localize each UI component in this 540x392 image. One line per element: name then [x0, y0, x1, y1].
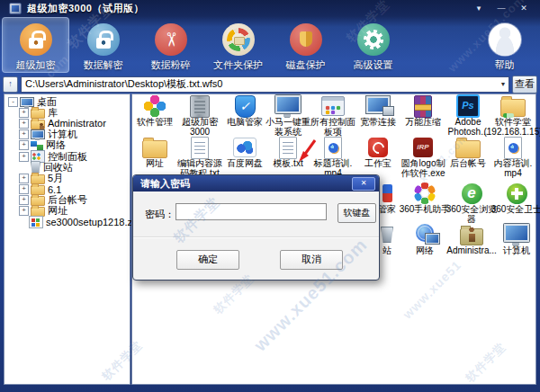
software-manager-label: 软件管理 [137, 118, 173, 128]
computer-label: 计算机 [503, 246, 530, 256]
tree-item-se3000setup1218.zip[interactable]: se3000setup1218.zip [8, 217, 130, 227]
urls-folder-icon [141, 137, 168, 158]
edit-source-tutorial-icon [186, 137, 213, 158]
dialog-title-bar[interactable]: 请输入密码 ✕ [133, 175, 379, 192]
administrator-folder-label: Administra... [446, 246, 497, 256]
tree-icon [31, 140, 43, 151]
password-label: 密码： [145, 208, 175, 221]
content-training-mp4-label: 内容培训.mp4 [494, 159, 533, 178]
title-bar: 超级加密3000（试用版） ▾—✕ [0, 0, 540, 16]
toolbar-button-folder-protect[interactable]: 文件夹保护 [204, 17, 272, 73]
adobe-photoshop-label: AdobePhotosh... [447, 118, 488, 137]
xuetang-share-label: 软件学堂(192.168.1.15) [483, 118, 540, 137]
toolbar-button-data-shred[interactable]: 数据粉碎 [137, 17, 204, 73]
ok-button[interactable]: 确定 [176, 250, 239, 270]
urls-folder-label: 网址 [146, 159, 164, 169]
tree-icon [31, 150, 45, 163]
view-button[interactable]: 查看 [512, 76, 537, 94]
expand-box[interactable]: + [19, 152, 29, 162]
xiaoma-reinstall-icon [274, 95, 302, 117]
expand-box[interactable]: + [19, 140, 29, 150]
up-button[interactable]: ↑ [3, 76, 18, 93]
address-bar: ↑ C:\Users\Administrator\Desktop\模板.txt.… [3, 76, 537, 93]
360-phone-assistant-label: 360手机助手 [400, 205, 451, 215]
toolbar-button-disk-protect[interactable]: 磁盘保护 [272, 17, 339, 73]
expand-box[interactable]: + [19, 206, 29, 216]
tree-item-网址[interactable]: +网址 [8, 206, 130, 217]
folder-tree-panel: -桌面+库+Administrator+计算机+网络+控制面板回收站+5月+6.… [4, 94, 130, 385]
toolbar-button-help[interactable]: 帮助 [471, 17, 538, 73]
backend-accounts-folder-icon [454, 137, 482, 158]
broadband-connection-label: 宽带连接 [360, 118, 396, 128]
tree-item-后台帐号[interactable]: +后台帐号 [8, 195, 130, 206]
360-secure-browser-icon [458, 183, 485, 204]
all-control-panel-items-icon [320, 95, 346, 117]
tree-icon [31, 129, 45, 139]
password-dialog: 请输入密码 ✕ 密码： 软键盘 确定 取消 [132, 174, 380, 281]
tree-icon [31, 120, 45, 129]
toolbar-label: 数据粉碎 [138, 58, 203, 72]
toolbar-button-data-decrypt[interactable]: 数据解密 [69, 17, 137, 73]
menu-button[interactable]: ▾ [472, 4, 486, 13]
toolbar-label: 高级设置 [340, 58, 406, 72]
toolbar-label: 超级加密 [3, 58, 68, 72]
title-training-mp4-icon [320, 137, 346, 158]
help-icon [489, 23, 521, 56]
adobe-photoshop-icon [454, 95, 482, 117]
all-control-panel-items-label: 所有控制面板项 [310, 118, 356, 137]
universal-zip-label: 万能压缩 [405, 118, 441, 128]
tree-label: se3000setup1218.zip [46, 217, 140, 227]
soft-keyboard-button[interactable]: 软键盘 [338, 203, 376, 223]
360-secure-browser-label: 360安全浏览器 [446, 205, 498, 224]
minimize-button[interactable]: — [494, 4, 508, 13]
hidden-item-recycle-label: 站 [382, 246, 392, 256]
gongzuobao-label: 工作宝 [364, 159, 392, 169]
address-input[interactable]: C:\Users\Administrator\Desktop\模板.txt.wf… [21, 76, 509, 93]
network-label: 网络 [416, 246, 434, 256]
dialog-separator [133, 236, 379, 238]
tree-item-5月[interactable]: +5月 [8, 173, 130, 183]
tree-item-计算机[interactable]: +计算机 [8, 129, 130, 140]
tree-item-库[interactable]: +库 [8, 107, 130, 118]
expand-box[interactable]: + [19, 195, 29, 205]
network-icon [411, 224, 438, 245]
tree-item-桌面[interactable]: -桌面 [8, 96, 130, 107]
super-encrypt-3000-label: 超级加密3000 [182, 118, 218, 137]
advanced-settings-icon [357, 23, 390, 56]
computer-icon [503, 224, 530, 245]
toolbar-button-advanced-settings[interactable]: 高级设置 [339, 17, 407, 73]
universal-zip-icon [410, 95, 436, 117]
data-shred-icon [155, 23, 187, 56]
address-path: C:\Users\Administrator\Desktop\模板.txt.wf… [25, 77, 498, 91]
software-manager-icon [141, 95, 168, 117]
toolbar-label: 磁盘保护 [273, 58, 338, 72]
360-safe-guard-icon [503, 183, 530, 204]
toolbar-label: 数据解密 [70, 58, 136, 72]
toolbar-button-super-encrypt[interactable]: 超级加密 [2, 17, 69, 73]
tree-item-回收站[interactable]: 回收站 [8, 162, 130, 173]
cancel-button[interactable]: 取消 [280, 250, 343, 270]
main-toolbar: 超级加密数据解密数据粉碎文件夹保护磁盘保护高级设置帮助 [0, 17, 540, 74]
window-controls: ▾—✕ [472, 4, 531, 13]
content-training-mp4-icon [500, 137, 526, 158]
template-txt-icon [274, 137, 302, 158]
password-input[interactable] [176, 203, 327, 220]
dialog-close-button[interactable]: ✕ [352, 177, 375, 191]
expand-box[interactable]: + [19, 174, 29, 183]
pc-manager-icon [231, 95, 258, 117]
toolbar-label: 文件夹保护 [205, 58, 271, 72]
folder-protect-icon [222, 23, 255, 56]
expand-box[interactable]: + [19, 129, 29, 139]
app-icon [9, 3, 22, 14]
rounded-logo-maker-icon [410, 137, 436, 158]
collapse-box[interactable]: - [8, 97, 18, 107]
dialog-title: 请输入密码 [140, 178, 190, 189]
chevron-down-icon[interactable]: ▼ [498, 81, 508, 87]
data-decrypt-icon [87, 23, 120, 56]
expand-box[interactable]: + [19, 184, 29, 194]
close-button[interactable]: ✕ [517, 4, 531, 13]
administrator-folder-icon [458, 224, 485, 245]
tree-icon [20, 97, 34, 107]
expand-box[interactable]: + [19, 119, 29, 129]
expand-box[interactable]: + [19, 108, 29, 118]
